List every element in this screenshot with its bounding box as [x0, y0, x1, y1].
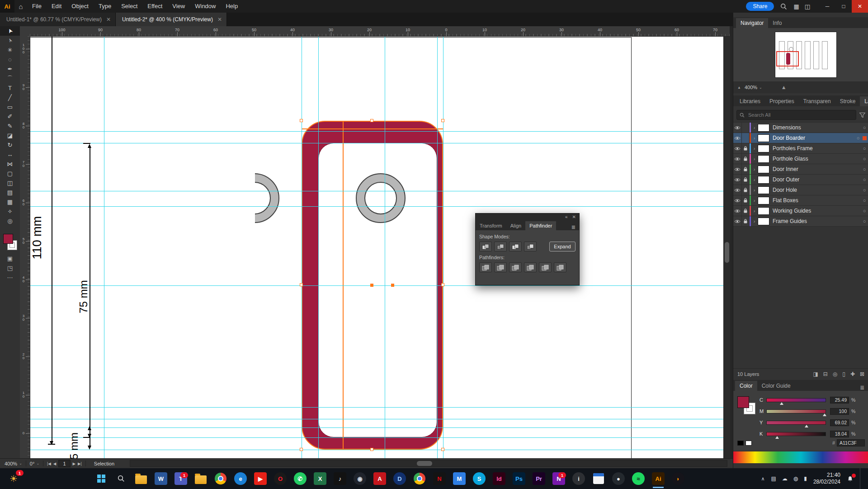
navigator-zoom-select[interactable]: 400%⌄ — [745, 85, 762, 90]
white-swatch[interactable] — [745, 441, 752, 446]
show-desktop-button[interactable] — [860, 468, 863, 489]
black-swatch[interactable] — [737, 441, 744, 446]
panel-tab-properties[interactable]: Properties — [765, 96, 799, 106]
channel-slider[interactable] — [766, 398, 826, 402]
layer-name[interactable]: Door Boarder — [773, 135, 854, 141]
layer-visibility-toggle[interactable] — [733, 143, 742, 153]
taskbar-folder[interactable] — [194, 472, 207, 485]
pathfinder-divide[interactable] — [479, 262, 492, 272]
taskbar-word[interactable]: W — [155, 472, 167, 485]
layer-name[interactable]: Porthole Glass — [773, 156, 860, 162]
channel-value-field[interactable]: 100 — [830, 408, 849, 415]
next-artboard-icon[interactable]: ▶ — [73, 461, 76, 466]
layer-name[interactable]: Flat Boxes — [773, 197, 860, 204]
toolbar-fill-swatch[interactable] — [3, 234, 13, 244]
taskbar-search[interactable] — [115, 472, 127, 485]
layer-name[interactable]: Door Outer — [773, 176, 860, 183]
guide-vertical[interactable] — [318, 36, 319, 458]
anchor-point[interactable] — [370, 284, 373, 287]
layer-lock-toggle[interactable] — [742, 175, 750, 185]
artboard-number-field[interactable]: 1 — [58, 460, 70, 467]
share-button[interactable]: Share — [746, 2, 774, 11]
guide-vertical[interactable] — [385, 36, 385, 458]
horizontal-scrollbar[interactable] — [130, 460, 727, 467]
layer-expand-arrow[interactable]: › — [751, 125, 758, 130]
layer-row-dimensions[interactable]: ›Dimensions○ — [733, 123, 868, 133]
layer-expand-arrow[interactable]: › — [751, 177, 758, 182]
guide-horizontal[interactable] — [30, 419, 723, 419]
magic-wand-tool[interactable]: ✳ — [0, 45, 20, 55]
zoom-tool[interactable]: ◎ — [0, 216, 20, 226]
navigator-view-box[interactable] — [776, 51, 799, 66]
toolbar-fill-stroke[interactable] — [0, 231, 20, 254]
color-tab-color[interactable]: Color — [735, 381, 757, 391]
layer-expand-arrow[interactable]: › — [751, 135, 758, 141]
selection-handle[interactable] — [441, 119, 444, 122]
line-segment-tool[interactable]: ╱ — [0, 93, 20, 102]
guide-horizontal[interactable] — [30, 206, 723, 207]
taskbar-photoshop[interactable]: Ps — [513, 472, 525, 485]
taskbar-start[interactable] — [95, 472, 108, 485]
tray-icon-1[interactable]: ▤ — [771, 475, 776, 482]
zoom-in-icon[interactable]: ▲ — [781, 84, 787, 90]
layer-expand-arrow[interactable]: › — [751, 208, 758, 214]
layer-expand-arrow[interactable]: › — [751, 146, 758, 151]
layer-target-icon[interactable]: ○ — [860, 156, 868, 161]
selection-handle[interactable] — [370, 448, 373, 451]
vertical-ruler[interactable]: 1009080706050403020100 — [20, 36, 30, 458]
zoom-level-select[interactable]: 400%⌄ — [5, 461, 22, 466]
vertical-scrollbar[interactable] — [723, 36, 730, 458]
tab-close-icon[interactable]: ✕ — [217, 16, 222, 23]
taskbar-netflix[interactable]: N — [433, 472, 446, 485]
color-tab-color-guide[interactable]: Color Guide — [757, 381, 795, 391]
layer-lock-toggle[interactable] — [742, 154, 750, 164]
selection-handle[interactable] — [300, 448, 303, 451]
panel-tab-libraries[interactable]: Libraries — [735, 96, 765, 106]
make-clipping-mask-icon[interactable]: ▯ — [842, 371, 845, 377]
lasso-tool[interactable]: ◌ — [0, 55, 20, 64]
new-layer-icon[interactable]: ✚ — [850, 371, 855, 377]
eyedropper-tool[interactable]: ✧ — [0, 207, 20, 216]
panel-tab-align[interactable]: Align — [506, 221, 525, 230]
taskbar-skype[interactable]: S — [473, 472, 486, 485]
channel-value-field[interactable]: 18.04 — [830, 431, 849, 437]
delete-layer-icon[interactable]: ⊠ — [860, 371, 864, 377]
taskbar-teams[interactable]: T1 — [175, 472, 187, 485]
panel-menu-icon[interactable]: ≣ — [568, 224, 579, 230]
maximize-button[interactable]: □ — [835, 0, 852, 13]
channel-slider[interactable] — [766, 432, 826, 436]
hex-value-field[interactable]: A11C3F — [837, 439, 865, 446]
layer-lock-toggle[interactable] — [742, 143, 750, 153]
layer-expand-arrow[interactable]: › — [751, 198, 758, 203]
layer-name[interactable]: Door Inner — [773, 166, 860, 172]
layer-row-frame-guides[interactable]: ›Frame Guides○ — [733, 216, 868, 227]
first-artboard-icon[interactable]: |◀ — [47, 461, 51, 466]
filter-icon[interactable] — [859, 113, 865, 118]
ruler-origin-corner[interactable] — [20, 26, 30, 37]
menu-help[interactable]: Help — [221, 0, 243, 13]
taskbar-spotify[interactable]: ≈ — [632, 472, 645, 485]
new-sublayer-icon[interactable]: ⊟ — [823, 371, 828, 377]
layer-expand-arrow[interactable]: › — [751, 218, 758, 224]
horizontal-ruler[interactable]: 100908070605040302010010203040506070 — [30, 26, 730, 37]
layer-lock-toggle[interactable] — [742, 123, 750, 133]
menu-type[interactable]: Type — [94, 0, 116, 13]
taskbar-tiktok[interactable]: ♪ — [334, 472, 346, 485]
layer-target-icon[interactable]: ○ — [860, 218, 868, 224]
layer-lock-toggle[interactable] — [742, 216, 750, 226]
direct-selection-tool[interactable]: ➢ — [0, 36, 20, 45]
guide-horizontal[interactable] — [30, 191, 723, 191]
taskbar-youtube[interactable]: ▶ — [254, 472, 267, 485]
layer-target-icon[interactable]: ○ — [860, 146, 868, 151]
layer-expand-arrow[interactable]: › — [751, 156, 758, 161]
layer-row-working-guides[interactable]: ›Working Guides○ — [733, 206, 868, 216]
minimize-button[interactable]: ─ — [819, 0, 835, 13]
layer-lock-toggle[interactable] — [742, 133, 750, 143]
guide-horizontal[interactable] — [30, 450, 723, 450]
selection-handle[interactable] — [370, 119, 373, 122]
layer-target-icon[interactable]: ○ — [860, 198, 868, 203]
layer-lock-toggle[interactable] — [742, 206, 750, 216]
guide-horizontal[interactable] — [30, 285, 723, 286]
guide-horizontal[interactable] — [30, 427, 723, 428]
selection-handle[interactable] — [300, 283, 303, 286]
